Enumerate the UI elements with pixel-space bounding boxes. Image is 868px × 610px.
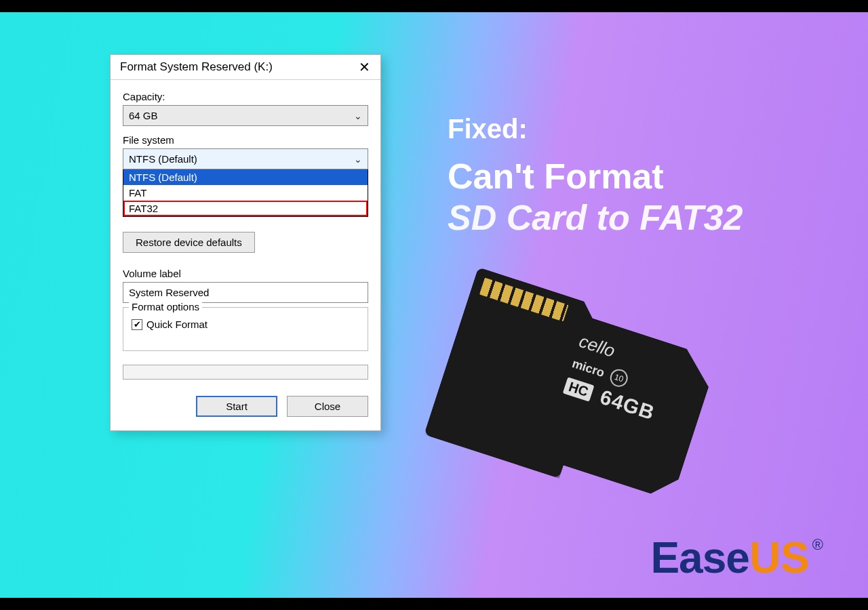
capacity-value: 64 GB: [129, 110, 158, 121]
volume-label-input[interactable]: System Reserved: [123, 282, 368, 303]
filesystem-value: NTFS (Default): [129, 153, 197, 165]
frame-edge: [0, 0, 868, 12]
progress-bar: [123, 365, 368, 380]
format-options-group: Format options ✔ Quick Format: [123, 307, 368, 351]
headline-line2: Can't Format: [448, 157, 743, 197]
restore-defaults-button[interactable]: Restore device defaults: [123, 232, 255, 253]
close-icon[interactable]: ✕: [355, 60, 374, 74]
format-options-legend: Format options: [129, 301, 202, 312]
checkbox-icon: ✔: [132, 319, 142, 330]
start-button[interactable]: Start: [196, 396, 277, 417]
chevron-down-icon: ⌄: [354, 154, 362, 165]
close-button[interactable]: Close: [287, 396, 368, 417]
headline: Fixed: Can't Format SD Card to FAT32: [448, 114, 743, 238]
volume-label-label: Volume label: [123, 268, 368, 279]
capacity-label: Capacity:: [123, 91, 368, 102]
registered-icon: ®: [812, 536, 823, 554]
logo-part2: US: [749, 533, 810, 583]
window-title: Format System Reserved (K:): [120, 60, 273, 74]
titlebar: Format System Reserved (K:) ✕: [111, 55, 380, 80]
sd-card-graphic: cello micro 10 HC 64GB: [448, 285, 746, 502]
filesystem-option-ntfs[interactable]: NTFS (Default): [123, 169, 368, 185]
filesystem-option-fat[interactable]: FAT: [123, 185, 368, 201]
capacity-select[interactable]: 64 GB ⌄: [123, 105, 368, 126]
headline-line3: SD Card to FAT32: [448, 197, 743, 238]
filesystem-select[interactable]: NTFS (Default) ⌄: [123, 148, 368, 169]
chevron-down-icon: ⌄: [354, 110, 362, 121]
format-dialog: Format System Reserved (K:) ✕ Capacity: …: [110, 54, 381, 431]
filesystem-option-fat32[interactable]: FAT32: [123, 201, 368, 216]
filesystem-dropdown: NTFS (Default) FAT FAT32: [123, 169, 368, 217]
filesystem-label: File system: [123, 134, 368, 146]
speed-class-icon: 10: [608, 367, 630, 389]
frame-edge: [0, 598, 868, 610]
hc-badge: HC: [563, 377, 595, 401]
quick-format-label: Quick Format: [146, 319, 208, 330]
sd-pins-icon: [479, 278, 569, 322]
easeus-logo: Ease US ®: [650, 533, 821, 583]
headline-line1: Fixed:: [448, 114, 743, 144]
logo-part1: Ease: [650, 533, 749, 583]
quick-format-checkbox[interactable]: ✔ Quick Format: [132, 319, 359, 330]
